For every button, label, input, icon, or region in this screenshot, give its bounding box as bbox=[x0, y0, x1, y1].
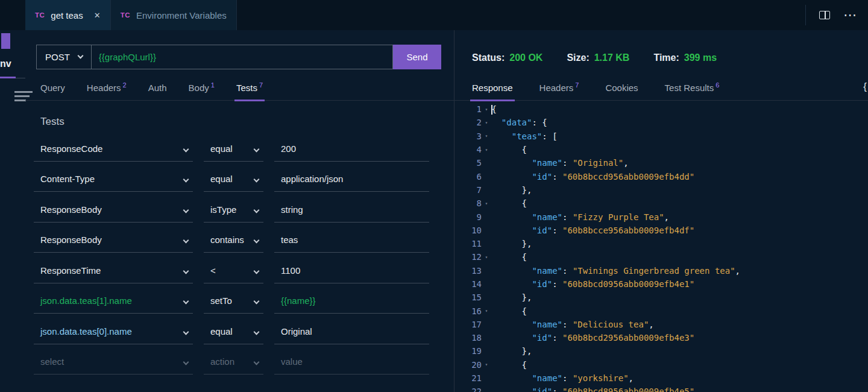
time-label: Time: bbox=[653, 52, 679, 63]
split-editor-icon[interactable] bbox=[819, 11, 830, 19]
url-input[interactable] bbox=[92, 45, 392, 69]
tab-response[interactable]: Response bbox=[472, 83, 513, 100]
code-text: { bbox=[491, 252, 527, 262]
test-row: ResponseCodeequal200 bbox=[34, 131, 429, 162]
code-text: "id": "60b8bcd8956abb0009efb4e5" bbox=[491, 387, 694, 392]
test-op-select[interactable]: equal bbox=[204, 162, 263, 192]
code-line: 22 "id": "60b8bcd8956abb0009efb4e5" bbox=[454, 385, 868, 392]
test-row: ResponseBodyisTypestring bbox=[34, 192, 429, 223]
send-button[interactable]: Send bbox=[393, 45, 441, 69]
chevron-down-icon bbox=[183, 177, 189, 183]
sidebar-accent bbox=[1, 33, 10, 49]
test-op-select[interactable]: action bbox=[204, 344, 263, 375]
test-rows: ResponseCodeequal200Content-Typeequalapp… bbox=[34, 131, 429, 375]
line-number: 15 bbox=[454, 292, 482, 302]
fold-arrow-icon[interactable]: ▾ bbox=[482, 147, 491, 153]
tab-label: Headers bbox=[539, 83, 574, 93]
code-line: 15 }, bbox=[454, 291, 868, 304]
test-op-select[interactable]: setTo bbox=[204, 283, 263, 314]
format-icon[interactable]: { bbox=[863, 81, 867, 93]
chevron-down-icon bbox=[183, 359, 189, 365]
chevron-down-icon bbox=[254, 359, 260, 365]
fold-arrow-icon[interactable]: ▾ bbox=[482, 107, 491, 112]
tab-headers[interactable]: Headers2 bbox=[87, 83, 127, 100]
env-tab-underline bbox=[0, 77, 16, 78]
method-select[interactable]: POST bbox=[37, 45, 92, 69]
more-actions-icon[interactable]: ⋯ bbox=[843, 11, 857, 19]
test-op-select[interactable]: equal bbox=[204, 314, 263, 344]
code-text: "data": { bbox=[491, 118, 547, 127]
test-value-input[interactable]: value bbox=[274, 344, 429, 375]
tab-query[interactable]: Query bbox=[40, 83, 65, 100]
test-value-input[interactable]: 200 bbox=[274, 131, 429, 162]
test-field-select[interactable]: Content-Type bbox=[34, 162, 193, 192]
test-field-select[interactable]: select bbox=[34, 344, 193, 375]
line-number: 14 bbox=[454, 279, 482, 289]
test-row: ResponseTime<1100 bbox=[34, 253, 429, 283]
test-field-select-label: ResponseBody bbox=[40, 235, 102, 245]
tab-badge: 1 bbox=[211, 81, 215, 89]
test-op-select[interactable]: contains bbox=[204, 223, 263, 253]
tab-body[interactable]: Body1 bbox=[189, 83, 215, 100]
chevron-down-icon bbox=[254, 207, 260, 213]
code-line: 18 "id": "60b8bcd2956abb0009efb4e3" bbox=[454, 331, 868, 344]
test-row: json.data.teas[0].nameequalOriginal bbox=[34, 314, 429, 344]
size-value: 1.17 KB bbox=[594, 52, 630, 63]
line-number: 21 bbox=[454, 373, 482, 383]
code-line: 10 "id": "60b8bcce956abb0009efb4df" bbox=[454, 224, 868, 237]
test-value-input[interactable]: teas bbox=[274, 223, 429, 253]
fold-arrow-icon[interactable]: ▾ bbox=[482, 362, 491, 367]
fold-arrow-icon[interactable]: ▾ bbox=[482, 201, 491, 206]
code-line: 8▾ { bbox=[454, 197, 868, 210]
line-number: 9 bbox=[454, 212, 482, 222]
env-sidebar-tab[interactable]: nv bbox=[0, 58, 11, 69]
editor-tab-get-teas[interactable]: TCget teas✕ bbox=[25, 0, 111, 30]
test-value-input[interactable]: application/json bbox=[274, 162, 429, 192]
fold-arrow-icon[interactable]: ▾ bbox=[482, 308, 491, 314]
test-field-select[interactable]: ResponseBody bbox=[34, 223, 193, 253]
code-line: 19 }, bbox=[454, 344, 868, 358]
fold-arrow-icon[interactable]: ▾ bbox=[482, 120, 491, 125]
time-value: 399 ms bbox=[684, 52, 717, 63]
test-field-select[interactable]: ResponseBody bbox=[34, 192, 193, 223]
chevron-down-icon bbox=[183, 146, 189, 152]
tab-cookies[interactable]: Cookies bbox=[605, 83, 638, 100]
tab-auth[interactable]: Auth bbox=[148, 83, 167, 100]
code-line: 7 }, bbox=[454, 183, 868, 197]
tab-tests[interactable]: Tests7 bbox=[236, 83, 263, 100]
test-field-select[interactable]: json.data.teas[1].name bbox=[34, 283, 193, 314]
test-value-input-label: teas bbox=[281, 235, 298, 245]
code-text: "teas": [ bbox=[491, 131, 558, 141]
test-value-input[interactable]: Original bbox=[274, 314, 429, 344]
test-value-input-label: value bbox=[281, 356, 303, 367]
test-op-select[interactable]: equal bbox=[204, 131, 263, 162]
fold-arrow-icon[interactable]: ▾ bbox=[482, 254, 491, 260]
test-value-input[interactable]: string bbox=[274, 192, 429, 223]
line-number: 4 bbox=[454, 145, 482, 154]
test-field-select[interactable]: ResponseTime bbox=[34, 253, 193, 283]
code-line: 17 "name": "Delicious tea", bbox=[454, 318, 868, 331]
editor-tab-environment-variables[interactable]: TCEnvironment Variables bbox=[111, 0, 237, 30]
line-number: 17 bbox=[454, 320, 482, 329]
tab-label: Body bbox=[189, 83, 209, 93]
test-field-select[interactable]: json.data.teas[0].name bbox=[34, 314, 193, 344]
url-row: POST Send bbox=[36, 45, 441, 69]
close-icon[interactable]: ✕ bbox=[94, 11, 101, 20]
test-value-input[interactable]: {{name}} bbox=[274, 283, 429, 314]
test-value-input[interactable]: 1100 bbox=[274, 253, 429, 283]
test-op-select[interactable]: < bbox=[204, 253, 263, 283]
fold-arrow-icon[interactable]: ▾ bbox=[482, 133, 491, 139]
request-panel: POST Send QueryHeaders2AuthBody1Tests7 T… bbox=[25, 30, 454, 392]
code-line: 2▾ "data": { bbox=[454, 116, 868, 129]
test-op-select[interactable]: isType bbox=[204, 192, 263, 223]
line-number: 12 bbox=[454, 252, 482, 262]
test-field-select[interactable]: ResponseCode bbox=[34, 131, 193, 162]
test-value-input-label: string bbox=[281, 204, 303, 215]
test-value-input-label: application/json bbox=[281, 174, 343, 184]
tab-headers[interactable]: Headers7 bbox=[539, 83, 579, 100]
tab-label: Auth bbox=[148, 83, 167, 93]
tab-test-results[interactable]: Test Results6 bbox=[665, 83, 720, 100]
code-line: 4▾ { bbox=[454, 143, 868, 156]
test-op-select-label: isType bbox=[210, 204, 236, 215]
tab-badge: 6 bbox=[715, 81, 719, 89]
